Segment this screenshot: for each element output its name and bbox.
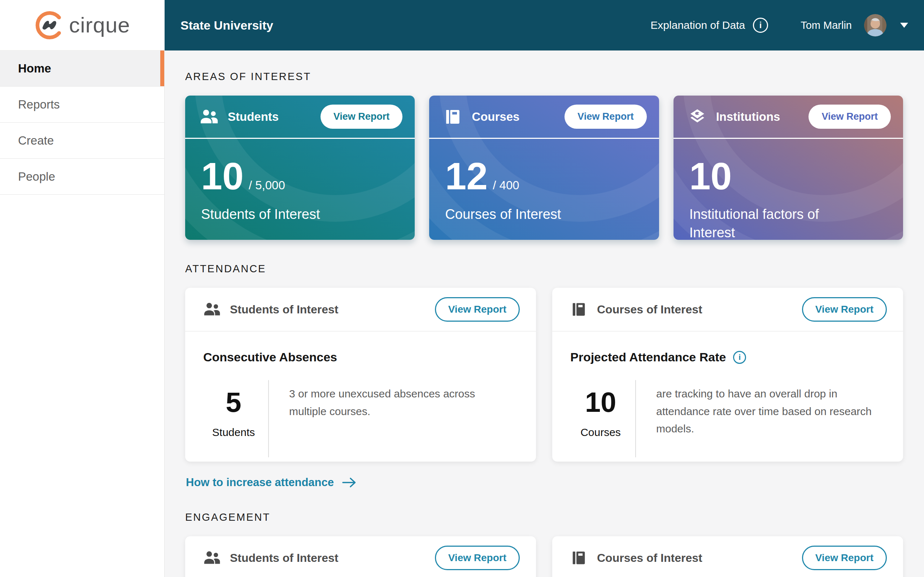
view-report-button[interactable]: View Report	[435, 546, 520, 570]
attendance-students-card: Students of Interest View Report Consecu…	[185, 288, 536, 462]
consecutive-absences-count: 5	[203, 388, 264, 416]
metric-title: Projected Attendance Rate i	[570, 350, 903, 364]
engagement-courses-card: Courses of Interest View Report	[552, 536, 903, 577]
view-report-button[interactable]: View Report	[809, 105, 891, 129]
stat-unit-label: Students	[203, 426, 264, 438]
courses-area-card: Courses View Report 12 / 400 Courses of …	[429, 95, 659, 240]
card-sublabel: Students of Interest	[201, 205, 338, 224]
sidebar-item-people[interactable]: People	[0, 159, 164, 195]
people-icon	[203, 301, 221, 318]
section-heading-attendance: ATTENDANCE	[185, 263, 903, 275]
main-content: AREAS OF INTEREST Students View Report	[165, 50, 924, 577]
explanation-of-data-button[interactable]: Explanation of Data i	[650, 18, 768, 33]
book-icon	[570, 550, 588, 566]
explanation-label: Explanation of Data	[650, 19, 745, 31]
card-sublabel: Institutional factors of Interest	[690, 205, 827, 240]
students-denominator: / 5,000	[249, 179, 285, 192]
people-icon	[200, 108, 218, 126]
section-heading-areas: AREAS OF INTEREST	[185, 71, 903, 82]
institutions-area-card: Institutions View Report 10 Institutiona…	[674, 95, 903, 240]
card-title: Courses	[472, 110, 519, 124]
projected-courses-count: 10	[570, 388, 631, 416]
attendance-courses-card: Courses of Interest View Report Projecte…	[552, 288, 903, 462]
how-to-increase-attendance-link[interactable]: How to increase attendance	[186, 476, 357, 489]
chevron-down-icon[interactable]	[900, 23, 908, 28]
topbar: State University Explanation of Data i T…	[165, 0, 924, 50]
book-icon	[570, 301, 588, 318]
engagement-students-card: Students of Interest View Report	[185, 536, 536, 577]
courses-denominator: / 400	[493, 179, 519, 192]
view-report-button[interactable]: View Report	[802, 297, 887, 322]
courses-of-interest-count: 12	[445, 157, 488, 195]
card-header: Courses of Interest View Report	[552, 536, 903, 577]
students-area-card: Students View Report 10 / 5,000 Students…	[185, 95, 415, 240]
card-title: Students of Interest	[230, 551, 338, 565]
students-card-body: 10 / 5,000 Students of Interest	[185, 139, 415, 224]
institutions-card-body: 10 Institutional factors of Interest	[674, 139, 903, 240]
card-title: Courses of Interest	[597, 551, 703, 565]
courses-card-body: 12 / 400 Courses of Interest	[429, 139, 659, 224]
card-header: Students of Interest View Report	[185, 288, 536, 331]
brand-logo[interactable]: cirque	[0, 0, 165, 50]
view-report-button[interactable]: View Report	[564, 105, 647, 129]
sidebar-item-reports[interactable]: Reports	[0, 87, 164, 122]
topbar-right: Explanation of Data i Tom Marlin	[650, 14, 908, 36]
view-report-button[interactable]: View Report	[802, 546, 887, 570]
people-icon	[203, 550, 221, 566]
stat-description: 3 or more unexcused absences across mult…	[269, 380, 536, 457]
app-window: cirque State University Explanation of D…	[0, 0, 924, 577]
metric-title: Consecutive Absences	[203, 350, 536, 364]
user-name: Tom Marlin	[801, 19, 852, 31]
students-of-interest-count: 10	[201, 157, 244, 195]
card-sublabel: Courses of Interest	[445, 205, 582, 224]
sidebar-item-create[interactable]: Create	[0, 122, 164, 159]
students-card-header: Students View Report	[185, 95, 415, 139]
stat-unit-label: Courses	[570, 426, 631, 438]
view-report-button[interactable]: View Report	[435, 297, 520, 322]
courses-card-header: Courses View Report	[429, 95, 659, 139]
brand-wordmark: cirque	[69, 13, 130, 37]
card-title: Students of Interest	[230, 303, 338, 316]
section-heading-engagement: ENGAGEMENT	[185, 511, 903, 523]
stat-description: are tracking to have an overall drop in …	[636, 380, 903, 457]
institutions-card-header: Institutions View Report	[674, 95, 903, 139]
card-title: Courses of Interest	[597, 303, 703, 316]
card-header: Courses of Interest View Report	[552, 288, 903, 331]
card-header: Students of Interest View Report	[185, 536, 536, 577]
engagement-card-grid: Students of Interest View Report Courses…	[185, 536, 903, 577]
book-icon	[444, 108, 462, 126]
info-icon[interactable]: i	[733, 351, 746, 364]
attendance-card-grid: Students of Interest View Report Consecu…	[185, 288, 903, 462]
stat-row: 10 Courses are tracking to have an overa…	[570, 380, 903, 457]
arrow-right-icon	[342, 476, 357, 488]
avatar[interactable]	[864, 14, 887, 36]
info-icon: i	[753, 18, 768, 33]
page-title: State University	[181, 18, 273, 32]
areas-card-grid: Students View Report 10 / 5,000 Students…	[185, 95, 903, 240]
stat-row: 5 Students 3 or more unexcused absences …	[203, 380, 536, 457]
sidebar: Home Reports Create People	[0, 50, 165, 577]
metric-title-text: Consecutive Absences	[203, 350, 337, 364]
mortarboard-icon	[688, 108, 707, 126]
view-report-button[interactable]: View Report	[320, 105, 403, 129]
institutional-factors-count: 10	[690, 157, 732, 195]
link-label: How to increase attendance	[186, 476, 334, 489]
cirque-logo-mark	[34, 10, 64, 40]
metric-title-text: Projected Attendance Rate	[570, 350, 726, 364]
card-title: Students	[228, 110, 279, 124]
sidebar-item-home[interactable]: Home	[0, 50, 164, 87]
card-title: Institutions	[716, 110, 780, 124]
